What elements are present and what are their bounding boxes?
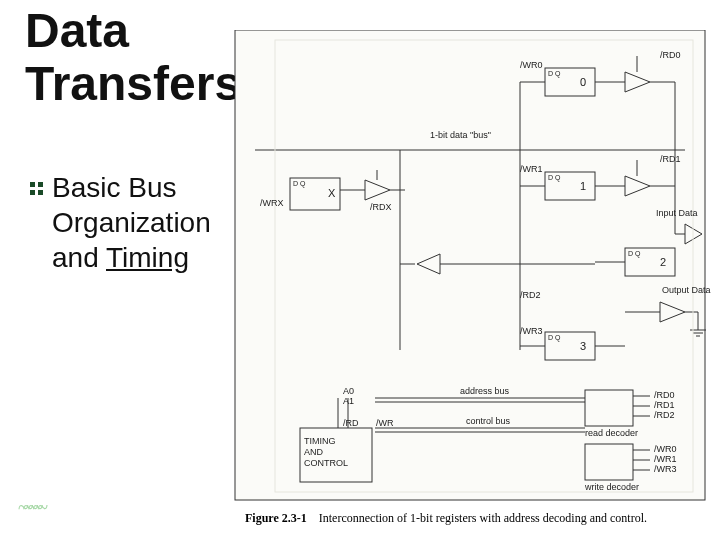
label-rd0-out: /RD0: [654, 390, 675, 400]
label-timing-control: TIMING AND CONTROL: [304, 436, 348, 468]
caption-text: Interconnection of 1-bit registers with …: [319, 511, 647, 525]
label-dq-0: D Q: [548, 70, 560, 77]
label-output-data: Output Data: [662, 285, 711, 295]
bullet-icon: [30, 182, 44, 196]
decorative-squiggle: ~~~~~: [18, 496, 138, 526]
label-dq-1: D Q: [548, 174, 560, 181]
label-wr1: /WR1: [520, 164, 543, 174]
label-address-bus: address bus: [460, 386, 509, 396]
label-x: X: [328, 187, 335, 199]
block-diagram: 1-bit data "bus" /WRX /RDX X 0 1 2 3 /WR…: [230, 30, 710, 510]
label-wr3: /WR3: [520, 326, 543, 336]
label-wrx: /WRX: [260, 198, 284, 208]
label-data-bus: 1-bit data "bus": [430, 130, 491, 140]
label-a0: A0: [343, 386, 354, 396]
label-dq-3: D Q: [548, 334, 560, 341]
label-rd2-out: /RD2: [654, 410, 675, 420]
label-write-decoder: write decoder: [585, 482, 639, 492]
label-wr1-out: /WR1: [654, 454, 677, 464]
label-rd1: /RD1: [660, 154, 681, 164]
label-read-decoder: read decoder: [585, 428, 638, 438]
label-reg0: 0: [580, 76, 586, 88]
label-a1: A1: [343, 396, 354, 406]
bullet-line-3b: Timing: [106, 242, 189, 273]
label-rd1-out: /RD1: [654, 400, 675, 410]
label-rd2: /RD2: [520, 290, 541, 300]
bullet-line-2: Organization: [52, 207, 211, 238]
label-dq-2: D Q: [628, 250, 640, 257]
label-reg2: 2: [660, 256, 666, 268]
label-dq-x: D Q: [293, 180, 305, 187]
label-reg3: 3: [580, 340, 586, 352]
label-control-bus: control bus: [466, 416, 510, 426]
label-rd: /RD: [343, 418, 359, 428]
label-reg1: 1: [580, 180, 586, 192]
label-wr0: /WR0: [520, 60, 543, 70]
slide: Data Transfers Basic Bus Organization an…: [0, 0, 720, 540]
label-wr3-out: /WR3: [654, 464, 677, 474]
label-rdx: /RDX: [370, 202, 392, 212]
label-input-data: Input Data: [656, 208, 698, 218]
label-rd0: /RD0: [660, 50, 681, 60]
slide-title: Data Transfers: [25, 5, 241, 111]
figure-caption: Figure 2.3-1 Interconnection of 1-bit re…: [245, 511, 647, 526]
caption-prefix: Figure 2.3-1: [245, 511, 307, 525]
title-line-2: Transfers: [25, 58, 241, 111]
bullet-item: Basic Bus Organization and Timing: [30, 170, 211, 275]
bullet-text: Basic Bus Organization and Timing: [52, 170, 211, 275]
label-wr: /WR: [376, 418, 394, 428]
bullet-line-1: Basic Bus: [52, 172, 177, 203]
label-wr0-out: /WR0: [654, 444, 677, 454]
title-line-1: Data: [25, 5, 241, 58]
bullet-line-3a: and: [52, 242, 106, 273]
